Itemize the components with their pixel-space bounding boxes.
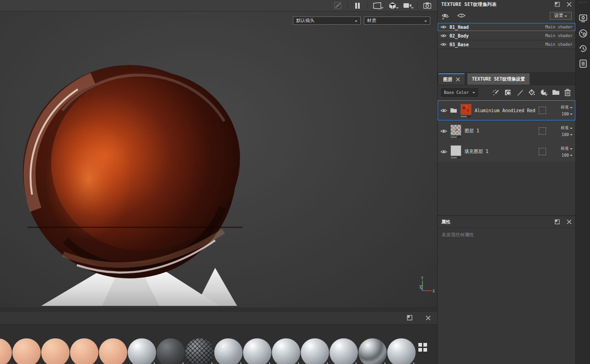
- display-mode-select[interactable]: 材质: [364, 16, 430, 25]
- material-sphere-peach[interactable]: [12, 338, 41, 364]
- add-smart-material-icon[interactable]: [504, 88, 512, 97]
- material-sphere-peach[interactable]: [70, 338, 98, 364]
- chevron-down-icon: [569, 147, 573, 150]
- dock-drag-handle[interactable]: [579, 1, 588, 3]
- add-fill-layer-bucket-icon[interactable]: [528, 88, 536, 97]
- grid-view-icon[interactable]: [418, 343, 427, 352]
- texture-set-panel-header: TEXTURE SET纹理集列表: [438, 0, 575, 9]
- material-sphere-silver[interactable]: [387, 338, 416, 364]
- gizmo-y-label: Y: [421, 277, 423, 281]
- group-folder-icon[interactable]: [450, 108, 457, 113]
- eye-icon[interactable]: [440, 129, 447, 134]
- layers-tabbar: 图层 TEXTURE SET纹理集设置: [438, 72, 575, 85]
- eye-icon[interactable]: [440, 33, 447, 38]
- add-paint-layer-brush-icon[interactable]: [516, 88, 524, 97]
- blend-mode-select[interactable]: 标准: [561, 125, 573, 131]
- perspective-view-button[interactable]: [372, 1, 383, 11]
- material-sphere-peach[interactable]: [41, 338, 70, 364]
- material-sphere-chrome[interactable]: [358, 338, 387, 364]
- material-sphere-peach[interactable]: [0, 338, 12, 364]
- snapshot-camera-button[interactable]: [422, 1, 433, 11]
- properties-empty-message: 未发现任何属性: [438, 228, 575, 242]
- close-icon[interactable]: [426, 315, 431, 321]
- material-sphere-silver[interactable]: [272, 338, 300, 364]
- shelf-header: [0, 311, 437, 325]
- close-tab-icon[interactable]: [456, 77, 460, 81]
- stencil-off-icon[interactable]: [332, 1, 343, 11]
- material-sphere-sparkle[interactable]: [214, 338, 243, 364]
- layer-thumbnail-wrap: [460, 104, 472, 117]
- empty-mask-slot[interactable]: [539, 107, 546, 114]
- blend-mode-select[interactable]: 标准: [561, 104, 573, 110]
- channel-select-value: Base Color: [444, 90, 469, 95]
- smart-material-dot-icon: [352, 362, 357, 364]
- float-window-icon[interactable]: [555, 2, 560, 7]
- chevron-down-icon: [569, 127, 573, 130]
- eye-icon[interactable]: [440, 25, 447, 29]
- gizmo-z-label: Z: [420, 285, 422, 289]
- eye-icon[interactable]: [440, 149, 447, 154]
- chevron-down-icon: [471, 90, 475, 95]
- material-sphere-dark[interactable]: [157, 338, 185, 364]
- close-icon[interactable]: [567, 2, 572, 7]
- channel-select[interactable]: Base Color: [441, 88, 478, 97]
- add-effect-wand-icon[interactable]: [492, 88, 500, 97]
- float-window-icon[interactable]: [555, 219, 560, 224]
- texture-set-row[interactable]: 03_Base Main shader: [438, 40, 575, 49]
- layers-toolbar: Base Color: [438, 85, 575, 99]
- opacity-select[interactable]: 100: [562, 132, 573, 137]
- layer-thumbnail[interactable]: [450, 125, 461, 136]
- blend-mode-select[interactable]: 标准: [561, 146, 573, 152]
- material-sphere-silver[interactable]: [330, 338, 358, 364]
- svg-text:1: 1: [460, 14, 463, 18]
- material-sphere-peach[interactable]: [99, 338, 127, 364]
- display-settings-icon[interactable]: [578, 13, 589, 24]
- layer-thumbnail[interactable]: [450, 145, 461, 156]
- material-sphere-silver[interactable]: [243, 338, 271, 364]
- add-smart-mask-icon[interactable]: [540, 88, 548, 97]
- texture-set-settings-button[interactable]: 设置: [550, 12, 572, 20]
- float-window-icon[interactable]: [407, 315, 412, 321]
- chevron-down-icon: [411, 7, 414, 10]
- layer-row[interactable]: 填充图层 1 标准 100: [438, 141, 575, 162]
- close-icon[interactable]: [567, 219, 572, 224]
- add-group-folder-icon[interactable]: [552, 88, 560, 97]
- log-icon[interactable]: [578, 58, 589, 69]
- toggle-all-visibility-icon[interactable]: [441, 12, 449, 19]
- chevron-down-icon: [381, 7, 384, 10]
- opacity-select[interactable]: 100: [562, 112, 573, 116]
- solo-visibility-icon[interactable]: 1: [457, 12, 466, 19]
- camera-view-button[interactable]: [402, 1, 413, 11]
- empty-mask-slot[interactable]: [539, 127, 546, 135]
- chevron-down-icon: [569, 106, 573, 109]
- layer-row[interactable]: 图层 1 标准 100: [438, 121, 575, 141]
- camera-select[interactable]: 默认镜头: [293, 16, 361, 25]
- tab-texture-set-settings[interactable]: TEXTURE SET纹理集设置: [467, 73, 530, 85]
- texture-set-row[interactable]: 02_Body Main shader: [438, 32, 575, 40]
- viewport-3d[interactable]: 默认镜头 材质: [0, 11, 437, 308]
- material-sphere-silver[interactable]: [301, 338, 329, 364]
- shader-settings-icon[interactable]: [578, 28, 589, 39]
- pause-button[interactable]: [352, 1, 363, 11]
- chevron-down-icon: [569, 133, 573, 136]
- opacity-select[interactable]: 100: [562, 153, 573, 158]
- material-sphere-silver[interactable]: [128, 338, 156, 364]
- empty-mask-slot[interactable]: [539, 148, 546, 155]
- layer-row[interactable]: Aluminium Anodized Red 标准 100: [438, 100, 575, 120]
- layer-thumbnail[interactable]: [460, 104, 471, 115]
- tab-layers[interactable]: 图层: [438, 73, 465, 85]
- gizmo-x-label: X: [433, 289, 435, 293]
- geometry-view-button[interactable]: [387, 1, 398, 11]
- history-icon[interactable]: [578, 43, 589, 54]
- chevron-down-icon: [569, 154, 573, 157]
- smart-material-dot-icon: [179, 362, 184, 364]
- material-sphere-mesh[interactable]: [185, 338, 214, 364]
- properties-panel-header: 属性: [438, 216, 575, 228]
- layer-progress-bar: [451, 136, 461, 138]
- delete-trash-icon[interactable]: [563, 88, 572, 97]
- smart-material-dot-icon: [381, 362, 386, 364]
- layer-progress-bar: [451, 157, 461, 158]
- texture-set-row[interactable]: 01_Head Main shader: [438, 23, 575, 32]
- eye-icon[interactable]: [440, 42, 447, 47]
- eye-icon[interactable]: [440, 108, 447, 113]
